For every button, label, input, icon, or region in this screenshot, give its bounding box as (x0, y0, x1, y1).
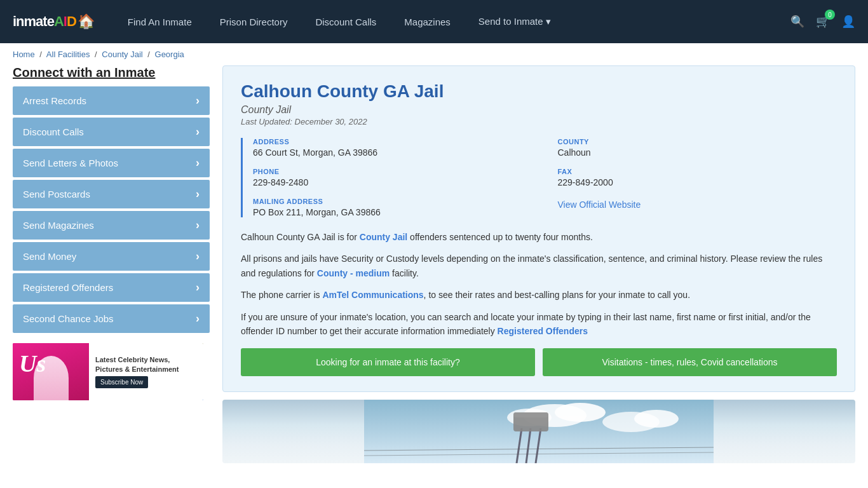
sidebar-label-registered-offenders: Registered Offenders (23, 282, 113, 293)
sidebar-item-send-postcards[interactable]: Send Postcards › (13, 180, 210, 208)
address-block: ADDRESS 66 Court St, Morgan, GA 39866 (253, 138, 532, 158)
facility-updated: Last Updated: December 30, 2022 (241, 117, 837, 126)
sidebar-label-send-magazines: Send Magazines (23, 220, 94, 231)
main-layout: Connect with an Inmate Arrest Records › … (0, 65, 868, 476)
search-icon[interactable]: 🔍 (790, 15, 804, 29)
sidebar-item-registered-offenders[interactable]: Registered Offenders › (13, 273, 210, 302)
facility-buttons: Looking for an inmate at this facility? … (241, 348, 837, 376)
sidebar-item-send-letters[interactable]: Send Letters & Photos › (13, 149, 210, 177)
sidebar-label-send-money: Send Money (23, 251, 76, 262)
mailing-block: MAILING ADDRESS PO Box 211, Morgan, GA 3… (253, 198, 532, 217)
sidebar-item-second-chance-jobs[interactable]: Second Chance Jobs › (13, 304, 210, 333)
logo[interactable]: inmateAID 🏠 (13, 13, 95, 30)
sidebar-item-arrest-records[interactable]: Arrest Records › (13, 86, 210, 115)
fax-value: 229-849-2000 (558, 177, 837, 187)
ad-banner[interactable]: Us Latest Celebrity News, Pictures & Ent… (13, 343, 203, 400)
desc-para-2: All prisons and jails have Security or C… (241, 252, 837, 280)
chevron-right-icon: › (196, 312, 200, 325)
fax-label: FAX (558, 168, 837, 175)
facility-title: Calhoun County GA Jail (241, 81, 837, 102)
nav-send-to-inmate[interactable]: Send to Inmate ▾ (465, 16, 565, 27)
site-header: inmateAID 🏠 Find An Inmate Prison Direct… (0, 0, 868, 43)
ad-title: Latest Celebrity News, Pictures & Entert… (95, 355, 197, 374)
address-label: ADDRESS (253, 138, 532, 146)
facility-info-grid: ADDRESS 66 Court St, Morgan, GA 39866 CO… (241, 138, 837, 217)
ad-content: Latest Celebrity News, Pictures & Entert… (89, 343, 203, 400)
breadcrumb: Home / All Facilities / County Jail / Ge… (0, 43, 868, 65)
svg-point-2 (555, 403, 606, 422)
nav-find-inmate[interactable]: Find An Inmate (114, 17, 206, 27)
official-website-link[interactable]: View Official Website (558, 200, 641, 210)
nav-magazines[interactable]: Magazines (390, 17, 465, 27)
registered-offenders-link[interactable]: Registered Offenders (498, 326, 588, 336)
sidebar-label-send-postcards: Send Postcards (23, 189, 90, 200)
sidebar-label-send-letters: Send Letters & Photos (23, 158, 118, 168)
svg-point-5 (634, 410, 679, 428)
breadcrumb-home[interactable]: Home (13, 50, 35, 59)
chevron-right-icon: › (196, 187, 200, 201)
sidebar-item-discount-calls[interactable]: Discount Calls › (13, 118, 210, 146)
mailing-value: PO Box 211, Morgan, GA 39866 (253, 207, 532, 217)
chevron-right-icon: › (196, 281, 200, 294)
desc-para-4: If you are unsure of your inmate's locat… (241, 310, 837, 339)
ad-subscribe-button[interactable]: Subscribe Now (95, 376, 148, 388)
phone-value: 229-849-2480 (253, 177, 532, 187)
chevron-right-icon: › (196, 250, 200, 263)
user-icon[interactable]: 👤 (841, 15, 855, 29)
sidebar-menu: Arrest Records › Discount Calls › Send L… (13, 86, 210, 333)
amtel-link[interactable]: AmTel Communications (322, 290, 423, 300)
chevron-right-icon: › (196, 125, 200, 139)
sidebar-item-send-money[interactable]: Send Money › (13, 242, 210, 271)
facility-image (222, 400, 855, 463)
facility-card: Calhoun County GA Jail County Jail Last … (222, 65, 855, 392)
website-block: View Official Website (558, 198, 837, 217)
desc-para-3: The phone carrier is AmTel Communication… (241, 288, 837, 302)
chevron-right-icon: › (196, 156, 200, 170)
phone-label: PHONE (253, 168, 532, 175)
breadcrumb-county-jail[interactable]: County Jail (102, 50, 142, 59)
breadcrumb-sep-2: / (95, 50, 97, 59)
sidebar-label-discount-calls: Discount Calls (23, 126, 84, 137)
desc-para-1: Calhoun County GA Jail is for County Jai… (241, 230, 837, 244)
header-actions: 🔍 🛒 0 👤 (790, 15, 855, 29)
county-jail-link[interactable]: County Jail (360, 232, 407, 242)
breadcrumb-georgia[interactable]: Georgia (155, 50, 184, 59)
breadcrumb-sep-3: / (147, 50, 150, 59)
main-content: Calhoun County GA Jail County Jail Last … (222, 65, 855, 463)
facility-description: Calhoun County GA Jail is for County Jai… (241, 230, 837, 338)
find-inmate-button[interactable]: Looking for an inmate at this facility? (241, 348, 535, 376)
visitation-button[interactable]: Visitations - times, rules, Covid cancel… (543, 348, 837, 376)
cart-badge: 0 (825, 10, 835, 20)
mailing-label: MAILING ADDRESS (253, 198, 532, 205)
sidebar-label-second-chance-jobs: Second Chance Jobs (23, 313, 114, 324)
facility-type: County Jail (241, 104, 837, 116)
breadcrumb-sep-1: / (39, 50, 42, 59)
nav-prison-directory[interactable]: Prison Directory (206, 17, 302, 27)
sidebar-item-send-magazines[interactable]: Send Magazines › (13, 211, 210, 240)
address-value: 66 Court St, Morgan, GA 39866 (253, 147, 532, 158)
county-block: COUNTY Calhoun (558, 138, 837, 158)
cart-icon[interactable]: 🛒 0 (816, 15, 830, 29)
logo-text: inmateAID (13, 13, 76, 30)
county-label: COUNTY (558, 138, 837, 146)
ad-logo: Us (19, 349, 46, 377)
fax-block: FAX 229-849-2000 (558, 168, 837, 187)
facility-svg (222, 400, 855, 463)
sidebar-label-arrest-records: Arrest Records (23, 95, 86, 106)
ad-image: Us (13, 343, 89, 400)
sidebar-title: Connect with an Inmate (13, 65, 210, 80)
chevron-right-icon: › (196, 94, 200, 107)
main-nav: Find An Inmate Prison Directory Discount… (114, 16, 790, 27)
nav-discount-calls[interactable]: Discount Calls (301, 17, 390, 27)
county-medium-link[interactable]: County - medium (317, 268, 390, 278)
svg-rect-10 (513, 412, 548, 417)
phone-block: PHONE 229-849-2480 (253, 168, 532, 187)
sidebar: Connect with an Inmate Arrest Records › … (13, 65, 210, 463)
chevron-right-icon: › (196, 219, 200, 232)
breadcrumb-all-facilities[interactable]: All Facilities (46, 50, 90, 59)
county-value: Calhoun (558, 147, 837, 158)
logo-icon: 🏠 (78, 13, 95, 30)
